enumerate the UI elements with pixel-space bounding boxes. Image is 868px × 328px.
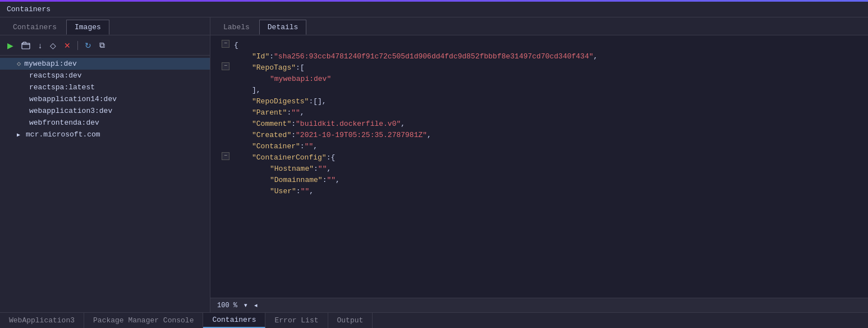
- json-key: "RepoDigests": [252, 96, 309, 107]
- tab-containers[interactable]: Containers: [4, 20, 65, 35]
- tab-details[interactable]: Details: [259, 20, 307, 35]
- json-value: "": [318, 163, 327, 175]
- tab-images[interactable]: Images: [66, 20, 109, 35]
- content-area: Containers Images ▶ ↓ ◇ ✕ ↻ ⧉: [0, 17, 868, 312]
- status-tab-error-list[interactable]: Error List: [265, 313, 328, 328]
- list-item[interactable]: reactspa:dev: [0, 70, 210, 81]
- status-tab-webapplication3[interactable]: WebApplication3: [0, 313, 84, 328]
- zoom-dropdown-button[interactable]: ▾: [242, 300, 250, 310]
- collapse-button[interactable]: −: [222, 62, 229, 70]
- status-bar: WebApplication3 Package Manager Console …: [0, 312, 868, 328]
- copy-button[interactable]: ⧉: [97, 39, 108, 52]
- json-punctuation: :: [300, 141, 305, 152]
- delete-button[interactable]: ✕: [61, 39, 74, 52]
- json-punctuation: :: [327, 152, 331, 163]
- json-comma: ,: [336, 175, 340, 186]
- json-key: "Parent": [252, 107, 287, 119]
- json-value: "": [327, 175, 336, 186]
- list-item[interactable]: webapplication14:dev: [0, 93, 210, 105]
- expander-icon[interactable]: ▶: [17, 131, 20, 138]
- item-label: reactspa:dev: [29, 71, 82, 80]
- json-value: "": [301, 186, 310, 197]
- status-tab-containers[interactable]: Containers: [203, 313, 265, 328]
- json-content[interactable]: − { "Id" : "sha256:93ccb4781240f91c72c50…: [210, 35, 868, 298]
- folder-button[interactable]: [19, 39, 33, 52]
- tab-labels[interactable]: Labels: [215, 20, 258, 35]
- json-key: "Domainname": [270, 175, 323, 186]
- json-punctuation: :: [291, 119, 296, 130]
- tag-button[interactable]: ◇: [47, 39, 59, 52]
- json-line: "User" : "" ,: [210, 186, 868, 197]
- json-value: "2021-10-19T05:25:35.2787981Z": [296, 130, 427, 141]
- json-key: "Container": [252, 141, 300, 152]
- json-line: "Id" : "sha256:93ccb4781240f91c72c505d1d…: [210, 51, 868, 62]
- pull-button[interactable]: ↓: [35, 39, 45, 52]
- run-button[interactable]: ▶: [4, 39, 16, 52]
- left-panel: Containers Images ▶ ↓ ◇ ✕ ↻ ⧉: [0, 17, 210, 312]
- json-value: "mywebapi:dev": [270, 74, 331, 85]
- toolbar: ▶ ↓ ◇ ✕ ↻ ⧉: [0, 35, 210, 56]
- json-value: "": [305, 141, 314, 152]
- right-panel: Labels Details − { "Id" :: [210, 17, 868, 312]
- json-comma: ,: [427, 130, 431, 141]
- json-punctuation: :: [291, 130, 296, 141]
- json-punctuation: :: [269, 51, 274, 62]
- json-key: "Hostname": [270, 163, 314, 175]
- json-comma: ,: [300, 107, 305, 119]
- gutter: −: [217, 152, 234, 160]
- list-item[interactable]: reactspa:latest: [0, 81, 210, 93]
- json-key: "ContainerConfig": [252, 152, 327, 163]
- main-area: Containers Containers Images ▶: [0, 2, 868, 328]
- scroll-left-button[interactable]: ◂: [252, 300, 260, 310]
- json-punctuation: :: [296, 62, 300, 74]
- json-bracket: {: [234, 40, 238, 51]
- json-line: "Hostname" : "" ,: [210, 163, 868, 175]
- json-line: "Comment" : "buildkit.dockerfile.v0" ,: [210, 119, 868, 130]
- list-item[interactable]: webfrontenda:dev: [0, 117, 210, 129]
- zoom-label: 100 %: [215, 302, 240, 309]
- json-line: "Parent" : "" ,: [210, 107, 868, 119]
- json-line: ],: [210, 85, 868, 96]
- json-comma: ,: [322, 96, 327, 107]
- json-comma: ,: [594, 51, 598, 62]
- json-line: "mywebapi:dev": [210, 74, 868, 85]
- json-line: "Domainname" : "" ,: [210, 175, 868, 186]
- json-punctuation: :: [309, 96, 313, 107]
- json-punctuation: :: [323, 175, 327, 186]
- json-line: "RepoDigests" : [] ,: [210, 96, 868, 107]
- json-bracket: ],: [252, 85, 261, 96]
- collapse-button[interactable]: −: [222, 152, 229, 160]
- status-tab-output[interactable]: Output: [328, 313, 373, 328]
- list-item[interactable]: ▶ mcr.microsoft.com: [0, 129, 210, 140]
- bottom-bar: 100 % ▾ ◂: [210, 298, 868, 312]
- json-key: "Comment": [252, 119, 291, 130]
- json-line: − {: [210, 40, 868, 51]
- right-tabs-row: Labels Details: [210, 17, 868, 35]
- left-tabs-row: Containers Images: [0, 17, 210, 35]
- item-label: mywebapi:dev: [24, 60, 77, 68]
- json-key: "RepoTags": [252, 62, 296, 74]
- json-line: "Created" : "2021-10-19T05:25:35.2787981…: [210, 130, 868, 141]
- json-comma: ,: [327, 163, 331, 175]
- json-bracket: {: [330, 152, 335, 163]
- json-punctuation: :: [296, 186, 301, 197]
- gutter: −: [217, 40, 234, 48]
- json-bracket: []: [313, 96, 322, 107]
- json-comma: ,: [309, 186, 314, 197]
- list-item[interactable]: ◇ mywebapi:dev: [0, 58, 210, 70]
- refresh-button[interactable]: ↻: [82, 39, 94, 52]
- gutter: −: [217, 62, 234, 70]
- json-key: "User": [270, 186, 296, 197]
- json-line: − "RepoTags" : [: [210, 62, 868, 74]
- json-comma: ,: [313, 141, 318, 152]
- collapse-button[interactable]: −: [222, 40, 229, 48]
- status-tab-package-manager[interactable]: Package Manager Console: [84, 313, 203, 328]
- list-item[interactable]: webapplication3:dev: [0, 105, 210, 117]
- json-value: "sha256:93ccb4781240f91c72c505d1d906dd4f…: [274, 51, 594, 62]
- window-title: Containers: [7, 5, 50, 13]
- separator: [77, 41, 78, 50]
- item-icon: ◇: [17, 60, 21, 68]
- json-line: "Container" : "" ,: [210, 141, 868, 152]
- item-label: mcr.microsoft.com: [26, 130, 100, 139]
- item-label: webapplication3:dev: [29, 107, 112, 115]
